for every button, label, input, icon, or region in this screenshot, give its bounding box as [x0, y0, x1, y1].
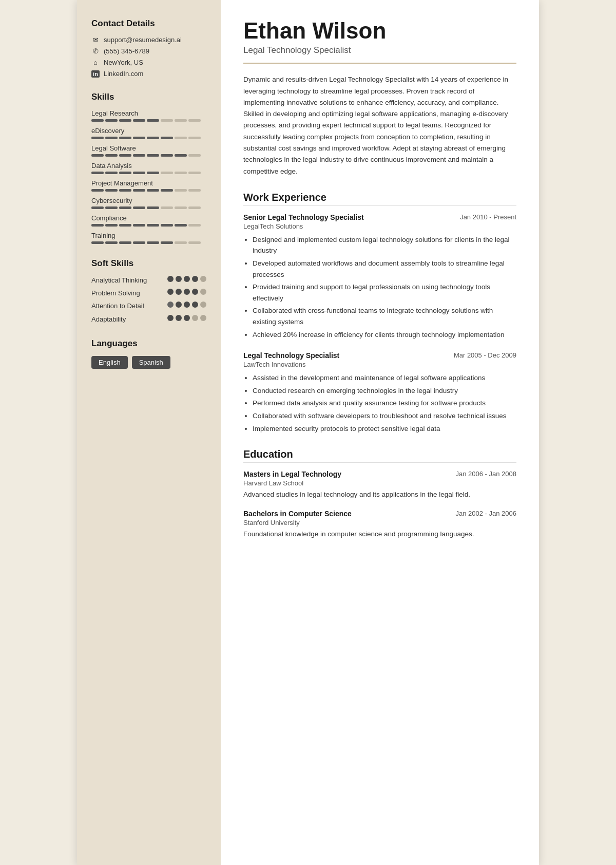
skill-bar: [91, 119, 206, 122]
dot-empty: [200, 315, 206, 321]
candidate-title: Legal Technology Specialist: [243, 45, 516, 55]
contact-location: ⌂ NewYork, US: [91, 59, 206, 66]
job-specialist: Legal Technology Specialist Mar 2005 - D…: [243, 351, 516, 434]
job-company: LawTech Innovations: [243, 361, 516, 368]
linkedin-icon: in: [91, 70, 100, 78]
education-section: Education Masters in Legal Technology Ja…: [243, 448, 516, 539]
dot-row: [167, 276, 206, 282]
dot-empty: [192, 315, 198, 321]
edu-masters: Masters in Legal Technology Jan 2006 - J…: [243, 470, 516, 500]
skill-legal-research: Legal Research: [91, 109, 206, 122]
language-badges: English Spanish: [91, 356, 206, 369]
list-item: Performed data analysis and quality assu…: [253, 398, 516, 409]
job-bullets: Assisted in the development and maintena…: [243, 372, 516, 434]
dot-empty: [200, 289, 206, 295]
soft-skill-problem-solving: Problem Solving: [91, 289, 206, 298]
list-item: Collaborated with cross-functional teams…: [253, 305, 516, 327]
skill-bar: [91, 137, 206, 139]
dot-filled: [184, 302, 190, 308]
dot-filled: [192, 289, 198, 295]
main-header: Ethan Wilson Legal Technology Specialist: [243, 18, 516, 55]
list-item: Achieved 20% increase in efficiency for …: [253, 329, 516, 341]
edu-header: Bachelors in Computer Science Jan 2002 -…: [243, 510, 516, 518]
resume: Contact Details ✉ support@resumedesign.a…: [77, 0, 539, 865]
soft-skills-title: Soft Skills: [91, 258, 206, 269]
job-header: Senior Legal Technology Specialist Jan 2…: [243, 213, 516, 221]
dot-row: [167, 289, 206, 295]
contact-email-text: support@resumedesign.ai: [104, 36, 182, 44]
skills-title: Skills: [91, 92, 206, 102]
edu-header: Masters in Legal Technology Jan 2006 - J…: [243, 470, 516, 478]
soft-skill-adaptability: Adaptability: [91, 315, 206, 324]
skill-training: Training: [91, 232, 206, 244]
skill-ediscovery: eDiscovery: [91, 127, 206, 139]
job-dates: Jan 2010 - Present: [460, 213, 516, 221]
dot-filled: [176, 315, 182, 321]
dot-filled: [167, 289, 174, 295]
list-item: Assisted in the development and maintena…: [253, 372, 516, 384]
location-icon: ⌂: [91, 59, 100, 66]
skills-section: Skills Legal Research eDiscovery: [91, 92, 206, 244]
job-bullets: Designed and implemented custom legal te…: [243, 234, 516, 340]
skill-compliance: Compliance: [91, 214, 206, 227]
soft-skills-section: Soft Skills Analytical Thinking Problem …: [91, 258, 206, 324]
contact-linkedin: in LinkedIn.com: [91, 70, 206, 78]
job-company: LegalTech Solutions: [243, 222, 516, 230]
dot-filled: [167, 302, 174, 308]
languages-title: Languages: [91, 339, 206, 349]
phone-icon: ✆: [91, 47, 100, 55]
job-header: Legal Technology Specialist Mar 2005 - D…: [243, 351, 516, 360]
skill-cybersecurity: Cybersecurity: [91, 197, 206, 209]
contact-phone: ✆ (555) 345-6789: [91, 47, 206, 55]
contact-section: Contact Details ✉ support@resumedesign.a…: [91, 18, 206, 78]
soft-skill-analytical: Analytical Thinking: [91, 276, 206, 285]
dot-filled: [184, 289, 190, 295]
job-senior-specialist: Senior Legal Technology Specialist Jan 2…: [243, 213, 516, 340]
skill-bar: [91, 224, 206, 227]
contact-title: Contact Details: [91, 18, 206, 29]
list-item: Collaborated with software developers to…: [253, 410, 516, 422]
edu-dates: Jan 2002 - Jan 2006: [455, 510, 516, 517]
skill-project-management: Project Management: [91, 179, 206, 192]
edu-degree: Bachelors in Computer Science: [243, 510, 352, 518]
job-title: Legal Technology Specialist: [243, 351, 339, 360]
dot-empty: [200, 302, 206, 308]
skill-bar: [91, 172, 206, 174]
skill-bar: [91, 189, 206, 192]
contact-location-text: NewYork, US: [104, 59, 143, 66]
edu-school: Stanford University: [243, 519, 516, 526]
education-title: Education: [243, 448, 516, 463]
skill-data-analysis: Data Analysis: [91, 162, 206, 174]
edu-dates: Jan 2006 - Jan 2008: [455, 470, 516, 478]
list-item: Developed automated workflows and docume…: [253, 258, 516, 280]
skill-bar: [91, 154, 206, 157]
work-experience-section: Work Experience Senior Legal Technology …: [243, 192, 516, 434]
edu-desc: Advanced studies in legal technology and…: [243, 489, 516, 500]
summary-text: Dynamic and results-driven Legal Technol…: [243, 74, 516, 177]
dot-filled: [167, 276, 174, 282]
dot-row: [167, 302, 206, 308]
contact-linkedin-text: LinkedIn.com: [104, 70, 143, 78]
edu-degree: Masters in Legal Technology: [243, 470, 341, 478]
skill-legal-software: Legal Software: [91, 144, 206, 157]
job-title: Senior Legal Technology Specialist: [243, 213, 364, 221]
job-dates: Mar 2005 - Dec 2009: [454, 351, 516, 359]
contact-phone-text: (555) 345-6789: [104, 47, 149, 55]
dot-filled: [167, 315, 174, 321]
dot-empty: [200, 276, 206, 282]
dot-filled: [176, 276, 182, 282]
candidate-name: Ethan Wilson: [243, 18, 516, 43]
main-content: Ethan Wilson Legal Technology Specialist…: [221, 0, 539, 865]
skill-bar: [91, 206, 206, 209]
list-item: Designed and implemented custom legal te…: [253, 234, 516, 256]
list-item: Implemented security protocols to protec…: [253, 423, 516, 435]
dot-filled: [192, 302, 198, 308]
email-icon: ✉: [91, 36, 100, 44]
edu-bachelors: Bachelors in Computer Science Jan 2002 -…: [243, 510, 516, 540]
dot-row: [167, 315, 206, 321]
header-divider: [243, 63, 516, 64]
lang-spanish: Spanish: [132, 356, 170, 369]
dot-filled: [184, 276, 190, 282]
list-item: Provided training and support to legal p…: [253, 281, 516, 304]
sidebar: Contact Details ✉ support@resumedesign.a…: [77, 0, 221, 865]
